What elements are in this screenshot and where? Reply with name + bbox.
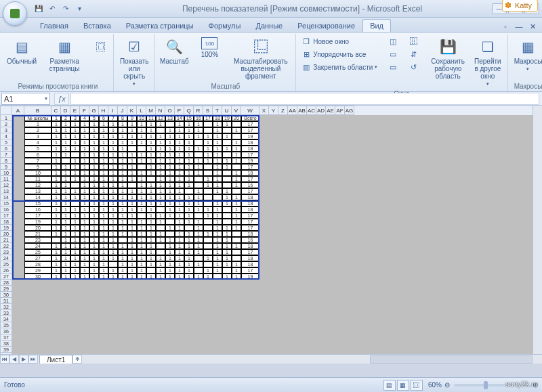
- doc-close-button[interactable]: ✕: [527, 21, 538, 32]
- normal-view-button[interactable]: ▤Обычный: [5, 35, 38, 67]
- row-header[interactable]: 31: [0, 298, 12, 304]
- horizontal-scrollbar[interactable]: [370, 355, 533, 364]
- side-by-side-button[interactable]: ⿲: [406, 35, 421, 47]
- column-header[interactable]: S: [203, 106, 213, 115]
- column-header[interactable]: X: [259, 106, 269, 115]
- column-header[interactable]: M: [146, 106, 156, 115]
- new-window-button[interactable]: ❐Новое окно: [299, 35, 380, 47]
- prev-sheet-button[interactable]: ◀: [9, 355, 19, 364]
- column-header[interactable]: AG: [345, 106, 354, 115]
- page-layout-view-button[interactable]: ▦Разметка страницы: [41, 35, 88, 74]
- row-header[interactable]: 23: [0, 249, 12, 255]
- tab-home[interactable]: Главная: [33, 19, 76, 32]
- row-header[interactable]: 30: [0, 292, 12, 298]
- tab-review[interactable]: Рецензирование: [290, 19, 362, 32]
- tab-formulas[interactable]: Формулы: [201, 19, 249, 32]
- hide-button[interactable]: ▭: [385, 48, 400, 60]
- column-header[interactable]: E: [70, 106, 80, 115]
- column-header[interactable]: AE: [326, 106, 335, 115]
- freeze-panes-button[interactable]: ▥Закрепить области▾: [299, 61, 380, 73]
- row-header[interactable]: 2: [0, 121, 12, 127]
- reset-position-button[interactable]: ↺: [406, 61, 421, 73]
- column-header[interactable]: U: [222, 106, 232, 115]
- unhide-button[interactable]: ▭: [385, 61, 400, 73]
- row-header[interactable]: 8: [0, 158, 12, 164]
- tab-data[interactable]: Данные: [248, 19, 290, 32]
- row-header[interactable]: 4: [0, 133, 12, 139]
- column-header[interactable]: AB: [297, 106, 307, 115]
- column-header[interactable]: AD: [316, 106, 326, 115]
- user-badge[interactable]: Katty: [502, 0, 538, 12]
- column-header[interactable]: D: [61, 106, 70, 115]
- page-break-preview-button[interactable]: ⿴: [91, 35, 110, 60]
- page-layout-view-icon[interactable]: ▦: [397, 380, 409, 391]
- zoom-to-selection-button[interactable]: ⿺Масштабировать выделенный фрагмент: [228, 35, 293, 82]
- column-header[interactable]: AA: [288, 106, 297, 115]
- row-header[interactable]: 18: [0, 219, 12, 225]
- row-header[interactable]: 5: [0, 139, 12, 146]
- column-header[interactable]: A: [12, 106, 24, 115]
- column-header[interactable]: J: [118, 106, 127, 115]
- row-header[interactable]: 14: [0, 194, 12, 200]
- cell-grid[interactable]: Страница 1 Страница 2 № школы12345678910…: [12, 115, 533, 354]
- insert-function-button[interactable]: ƒx: [54, 93, 69, 105]
- save-workspace-button[interactable]: 💾Сохранить рабочую область: [428, 35, 468, 82]
- row-header[interactable]: 34: [0, 316, 12, 322]
- row-header[interactable]: 38: [0, 341, 12, 347]
- macros-button[interactable]: ▦Макросы▾: [511, 35, 542, 74]
- help-icon[interactable]: ◦: [500, 21, 511, 32]
- save-icon[interactable]: 💾: [33, 3, 45, 15]
- row-header[interactable]: 15: [0, 200, 12, 206]
- row-header[interactable]: 35: [0, 322, 12, 328]
- row-header[interactable]: 28: [0, 280, 12, 286]
- chevron-down-icon[interactable]: ▾: [45, 95, 47, 102]
- row-header[interactable]: 24: [0, 255, 12, 261]
- qat-more-icon[interactable]: ▾: [73, 3, 85, 15]
- vertical-scrollbar[interactable]: [533, 106, 542, 354]
- column-header[interactable]: G: [89, 106, 99, 115]
- column-header[interactable]: Y: [269, 106, 278, 115]
- split-button[interactable]: ◫: [385, 35, 400, 47]
- row-header[interactable]: 32: [0, 304, 12, 310]
- row-header[interactable]: 22: [0, 243, 12, 249]
- column-header[interactable]: V: [232, 106, 241, 115]
- column-header[interactable]: L: [137, 106, 146, 115]
- column-header[interactable]: P: [175, 106, 184, 115]
- row-header[interactable]: 3: [0, 127, 12, 133]
- column-header[interactable]: AF: [335, 106, 345, 115]
- select-all-button[interactable]: [0, 106, 12, 115]
- page-break-view-icon[interactable]: ⿴: [411, 380, 423, 391]
- arrange-all-button[interactable]: ⊞Упорядочить все: [299, 48, 380, 60]
- row-header[interactable]: 12: [0, 182, 12, 188]
- row-header[interactable]: 20: [0, 231, 12, 237]
- row-header[interactable]: 25: [0, 261, 12, 267]
- row-header[interactable]: 36: [0, 328, 12, 334]
- row-header[interactable]: 33: [0, 310, 12, 316]
- row-header[interactable]: 37: [0, 334, 12, 341]
- column-header[interactable]: I: [108, 106, 118, 115]
- sync-scroll-button[interactable]: ⇵: [406, 48, 421, 60]
- zoom-percent[interactable]: 60%: [428, 381, 442, 389]
- row-header[interactable]: 6: [0, 146, 12, 152]
- zoom-100-button[interactable]: 100100%: [193, 35, 226, 60]
- row-header[interactable]: 29: [0, 286, 12, 292]
- row-header[interactable]: 13: [0, 188, 12, 194]
- column-header[interactable]: K: [127, 106, 137, 115]
- formula-input[interactable]: [70, 93, 539, 105]
- row-header[interactable]: 1: [0, 115, 12, 121]
- column-header[interactable]: H: [99, 106, 108, 115]
- zoom-out-button[interactable]: ⊖: [444, 381, 450, 389]
- row-header[interactable]: 17: [0, 213, 12, 219]
- column-header[interactable]: Q: [184, 106, 194, 115]
- row-header[interactable]: 9: [0, 164, 12, 170]
- row-header[interactable]: 10: [0, 170, 12, 176]
- next-sheet-button[interactable]: ▶: [19, 355, 28, 364]
- row-header[interactable]: 19: [0, 225, 12, 231]
- column-header[interactable]: O: [165, 106, 175, 115]
- new-sheet-button[interactable]: ✻: [72, 355, 82, 364]
- row-header[interactable]: 16: [0, 206, 12, 213]
- undo-icon[interactable]: ↶: [46, 3, 58, 15]
- column-header[interactable]: N: [156, 106, 165, 115]
- column-header[interactable]: R: [194, 106, 203, 115]
- tab-page-layout[interactable]: Разметка страницы: [119, 19, 201, 32]
